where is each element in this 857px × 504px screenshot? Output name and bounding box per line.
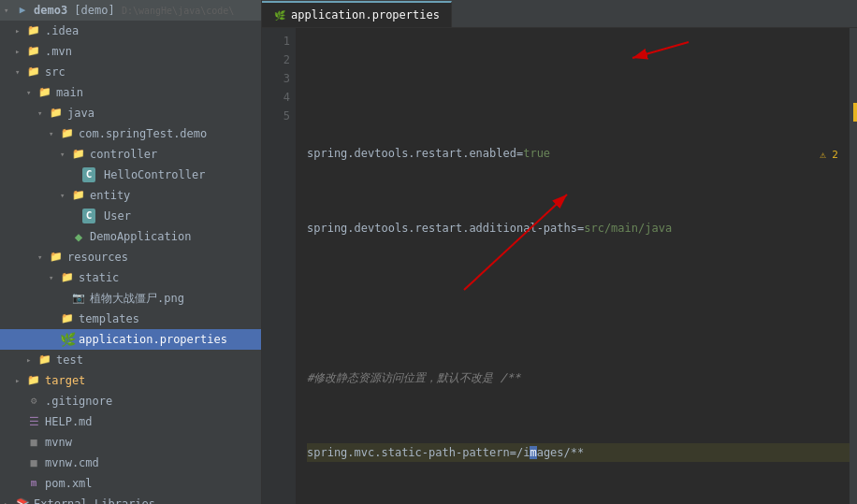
arrow-demo3 <box>4 6 15 15</box>
tab-label-appprops: application.properties <box>291 8 440 22</box>
folder-icon-templates: 📁 <box>60 311 75 326</box>
label-templates: templates <box>79 312 139 325</box>
folder-icon-mvn: 📁 <box>26 44 41 59</box>
label-com: com.springTest.demo <box>79 127 207 140</box>
tree-item-mvnw[interactable]: ■ mvnw <box>0 432 261 453</box>
tree-item-hellocontroller[interactable]: C HelloController <box>0 165 261 185</box>
tree-item-templates[interactable]: 📁 templates <box>0 309 261 329</box>
tree-item-idea[interactable]: 📁 .idea <box>0 21 261 41</box>
label-target: target <box>45 374 85 387</box>
tree-item-plants-png[interactable]: 📷 植物大战僵尸.png <box>0 288 261 309</box>
warning-badge: ⚠ 2 <box>820 146 838 165</box>
lib-icon: 📚 <box>15 497 30 504</box>
java-icon-demoapplication: ◆ <box>71 229 86 244</box>
svg-line-2 <box>632 42 689 58</box>
mvnw-icon: ■ <box>26 435 41 450</box>
java-icon-hellocontroller: C <box>82 167 95 182</box>
arrow-idea <box>15 26 26 36</box>
label-static: static <box>79 271 119 284</box>
tree-item-demo3[interactable]: ▶ demo3 [demo] D:\wangHe\java\code\ <box>0 0 261 21</box>
label-demo3: demo3 [demo] D:\wangHe\java\code\ <box>34 4 234 17</box>
code-text-4: #修改静态资源访问位置，默认不改是 /** <box>307 368 520 387</box>
tree-item-extlib[interactable]: 📚 External Libraries <box>0 494 261 504</box>
xml-icon-pomxml: m <box>26 476 41 491</box>
folder-icon-main: 📁 <box>37 85 52 100</box>
arrow-target <box>15 376 26 385</box>
folder-icon-java: 📁 <box>49 106 64 121</box>
folder-icon-src: 📁 <box>26 65 41 79</box>
tree-item-helpmd[interactable]: ☰ HELP.md <box>0 411 261 432</box>
tree-item-demoapplication[interactable]: ◆ DemoApplication <box>0 226 261 247</box>
md-icon-helpmd: ☰ <box>26 414 41 429</box>
tab-appprops[interactable]: 🌿 application.properties <box>262 1 452 27</box>
tree-item-resources[interactable]: 📁 resources <box>0 247 261 267</box>
label-pomxml: pom.xml <box>45 477 93 490</box>
label-helpmd: HELP.md <box>45 415 93 428</box>
arrow-extlib <box>4 499 15 504</box>
tree-item-entity[interactable]: 📁 entity <box>0 185 261 206</box>
editor-area: 🌿 application.properties 1 2 3 4 5 <box>262 0 857 504</box>
main-container: ▶ demo3 [demo] D:\wangHe\java\code\ 📁 .i… <box>0 0 857 504</box>
tree-item-src[interactable]: 📁 src <box>0 62 261 82</box>
tab-properties-icon: 🌿 <box>273 8 286 22</box>
svg-line-3 <box>464 194 567 290</box>
label-mvnw: mvnw <box>45 436 72 449</box>
folder-icon-controller: 📁 <box>71 147 86 162</box>
scrollbar-warning-marker <box>853 103 857 122</box>
label-test: test <box>56 353 83 367</box>
tree-item-static[interactable]: 📁 static <box>0 267 261 288</box>
file-tree-sidebar[interactable]: ▶ demo3 [demo] D:\wangHe\java\code\ 📁 .i… <box>0 0 262 504</box>
label-idea: .idea <box>45 24 79 37</box>
folder-icon-entity: 📁 <box>71 188 86 203</box>
tree-item-main[interactable]: 📁 main <box>0 82 261 103</box>
editor-scrollbar[interactable] <box>850 28 857 504</box>
code-line-4: #修改静态资源访问位置，默认不改是 /** <box>307 368 857 387</box>
tree-item-com[interactable]: 📁 com.springTest.demo <box>0 123 261 144</box>
tree-item-mvn[interactable]: 📁 .mvn <box>0 41 261 62</box>
code-line-5: spring.mvc.static-path-pattern=/images/*… <box>307 443 857 462</box>
folder-icon-test: 📁 <box>37 353 52 367</box>
arrow-resources <box>37 252 49 262</box>
arrow-mvn <box>15 47 26 56</box>
tree-item-target[interactable]: 📁 target <box>0 370 261 391</box>
tree-item-mvnwcmd[interactable]: ■ mvnw.cmd <box>0 453 261 473</box>
label-src: src <box>45 65 65 79</box>
tree-item-test[interactable]: 📁 test <box>0 350 261 370</box>
annotation-arrows <box>296 28 857 504</box>
label-mvnwcmd: mvnw.cmd <box>45 456 99 469</box>
line-numbers: 1 2 3 4 5 <box>262 28 296 504</box>
folder-icon-target: 📁 <box>26 373 41 388</box>
code-text-2: spring.devtools.restart.additional-paths… <box>307 219 672 238</box>
label-java: java <box>67 107 94 120</box>
gitignore-icon: ⚙ <box>26 394 41 409</box>
code-text-3 <box>307 294 313 312</box>
folder-icon-resources: 📁 <box>49 250 64 265</box>
editor-content[interactable]: 1 2 3 4 5 <box>262 28 857 504</box>
label-appprops: application.properties <box>79 333 227 346</box>
code-editor[interactable]: spring.devtools.restart.enabled=true ⚠ 2… <box>296 28 857 504</box>
mvnwcmd-icon: ■ <box>26 455 41 470</box>
label-gitignore: .gitignore <box>45 395 112 408</box>
folder-icon-static: 📁 <box>60 270 75 285</box>
tree-item-gitignore[interactable]: ⚙ .gitignore <box>0 391 261 411</box>
label-demoapplication: DemoApplication <box>90 230 191 243</box>
label-mvn: .mvn <box>45 45 72 58</box>
label-extlib: External Libraries <box>34 497 155 504</box>
arrow-src <box>15 67 26 77</box>
arrow-entity <box>60 191 71 200</box>
folder-icon-demo3: ▶ <box>15 3 30 18</box>
tree-item-java[interactable]: 📁 java <box>0 103 261 123</box>
label-hellocontroller: HelloController <box>104 168 205 181</box>
folder-icon-idea: 📁 <box>26 23 41 38</box>
label-user: User <box>104 209 131 223</box>
code-line-3 <box>307 294 857 312</box>
tree-item-user[interactable]: C User <box>0 206 261 226</box>
tree-item-appprops[interactable]: 🌿 application.properties <box>0 329 261 350</box>
arrow-test <box>26 355 37 365</box>
editor-tabs: 🌿 application.properties <box>262 0 857 28</box>
label-plants: 植物大战僵尸.png <box>90 291 184 307</box>
tree-item-controller[interactable]: 📁 controller <box>0 144 261 165</box>
properties-icon-appprops: 🌿 <box>60 332 75 347</box>
code-line-1: spring.devtools.restart.enabled=true ⚠ 2 <box>307 144 857 163</box>
tree-item-pomxml[interactable]: m pom.xml <box>0 473 261 494</box>
